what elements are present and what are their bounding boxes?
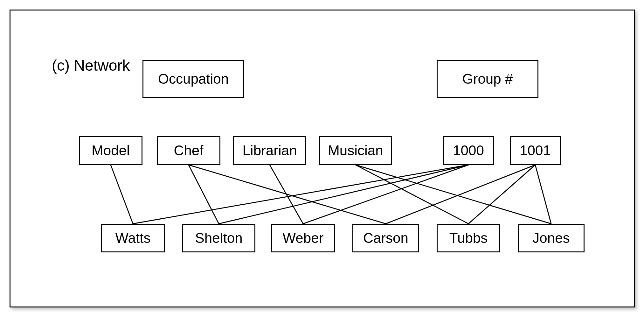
edge xyxy=(386,165,535,224)
edge xyxy=(111,165,133,224)
header-group: Group # xyxy=(437,60,538,98)
edge xyxy=(356,165,468,224)
header-occupation: Occupation xyxy=(142,60,244,98)
diagram-canvas: (c) Network Occupation Group # Model Che… xyxy=(0,0,644,317)
node-carson: Carson xyxy=(352,224,419,252)
edge xyxy=(133,165,468,224)
node-chef: Chef xyxy=(157,136,220,165)
node-musician: Musician xyxy=(319,136,392,165)
node-model: Model xyxy=(79,136,142,165)
edge xyxy=(535,165,551,224)
diagram-frame: (c) Network Occupation Group # Model Che… xyxy=(10,10,635,307)
node-watts: Watts xyxy=(101,224,165,252)
node-jones: Jones xyxy=(518,224,585,252)
node-group-1001: 1001 xyxy=(510,136,561,165)
node-weber: Weber xyxy=(271,224,335,252)
edge xyxy=(189,165,219,224)
edge xyxy=(189,165,386,224)
node-shelton: Shelton xyxy=(182,224,255,252)
edge xyxy=(468,165,535,224)
node-group-1000: 1000 xyxy=(443,136,494,165)
node-tubbs: Tubbs xyxy=(437,224,500,252)
edge xyxy=(219,165,468,224)
node-librarian: Librarian xyxy=(233,136,306,165)
